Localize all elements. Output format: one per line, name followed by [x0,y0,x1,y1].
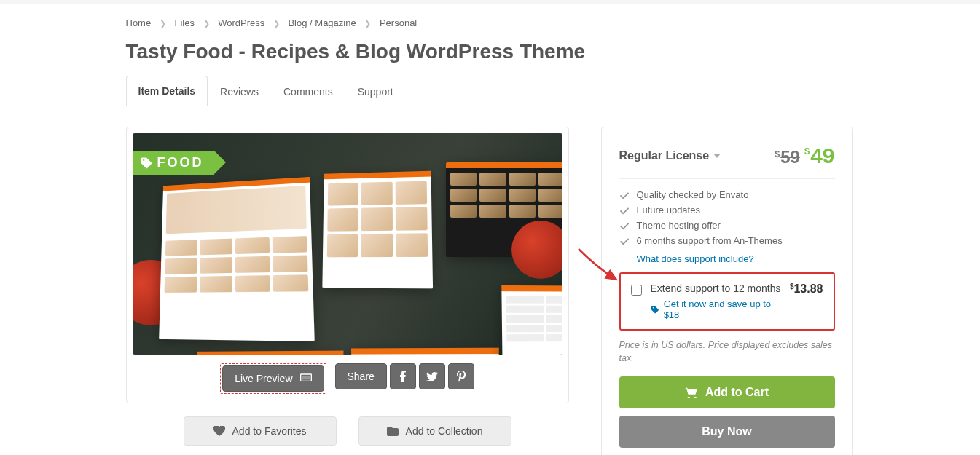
extend-support-box: Extend support to 12 months Get it now a… [619,272,835,331]
chevron-right-icon: ❯ [160,19,166,28]
page-title: Tasty Food - Recipes & Blog WordPress Th… [126,40,855,63]
tab-reviews[interactable]: Reviews [208,76,271,106]
support-include-link[interactable]: What does support include? [637,253,754,264]
breadcrumb-personal[interactable]: Personal [380,17,417,28]
feature-item: Future updates [619,205,835,216]
feature-item: 6 months support from An-Themes [619,235,835,247]
chevron-right-icon: ❯ [364,19,371,28]
live-preview-button[interactable]: Live Preview [222,365,324,392]
price-disclaimer: Price is in US dollars. Price displayed … [619,339,835,365]
extend-price: 13.88 [790,282,823,296]
chevron-right-icon: ❯ [203,19,210,28]
share-button[interactable]: Share [335,363,387,389]
pinterest-icon[interactable] [448,363,474,389]
facebook-icon[interactable] [390,363,416,389]
purchase-card: Regular License 59 49 Quality checked by… [601,127,853,455]
add-to-collection-button[interactable]: Add to Collection [358,416,511,446]
extend-support-promo-link[interactable]: Get it now and save up to $18 [651,298,781,320]
feature-item: Quality checked by Envato [619,189,835,201]
breadcrumb-files[interactable]: Files [174,17,194,28]
heart-icon [213,426,225,436]
cart-icon [685,387,698,398]
tag-icon [140,157,153,170]
tab-item-details[interactable]: Item Details [126,76,208,106]
svg-rect-1 [302,376,310,379]
chevron-right-icon: ❯ [273,19,280,28]
buy-now-button[interactable]: Buy Now [619,416,835,448]
feature-item: Theme hosting offer [619,220,835,232]
breadcrumb: Home ❯ Files ❯ WordPress ❯ Blog / Magazi… [126,4,855,36]
food-badge: FOOD [133,151,214,175]
chevron-down-icon [713,154,721,158]
twitter-icon[interactable] [419,363,445,389]
food-badge-text: FOOD [157,155,204,170]
tab-support[interactable]: Support [345,76,406,106]
extend-support-label: Extend support to 12 months [651,282,781,294]
tab-comments[interactable]: Comments [271,76,345,106]
extend-support-checkbox[interactable] [631,285,642,296]
breadcrumb-home[interactable]: Home [126,17,152,28]
breadcrumb-blog-magazine[interactable]: Blog / Magazine [288,17,356,28]
folder-icon [387,427,399,436]
preview-image[interactable]: FOOD [133,133,562,355]
license-dropdown[interactable]: Regular License [619,149,721,162]
add-to-favorites-button[interactable]: Add to Favorites [184,416,337,446]
item-tabs: Item Details Reviews Comments Support [126,75,855,106]
tag-icon [651,305,659,314]
preview-card: FOOD Live Preview [126,127,569,403]
breadcrumb-wordpress[interactable]: WordPress [218,17,264,28]
screen-icon [300,373,312,384]
add-to-cart-button[interactable]: Add to Cart [619,376,835,408]
price: 59 49 [775,143,835,168]
